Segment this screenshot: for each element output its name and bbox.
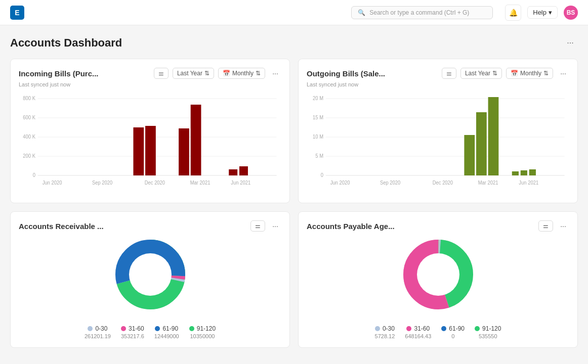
app-icon[interactable]: E — [10, 6, 24, 20]
svg-rect-34 — [512, 171, 519, 175]
receivable-donut-svg — [110, 234, 191, 315]
payable-legend-label-61-90: 61-90 — [449, 325, 465, 332]
payable-card: Accounts Payable Age... ⚌ ··· — [298, 211, 578, 348]
receivable-donut — [110, 234, 191, 315]
search-placeholder: Search or type a command (Ctrl + G) — [369, 9, 469, 16]
payable-more-button[interactable]: ··· — [557, 220, 569, 232]
notification-button[interactable]: 🔔 — [505, 5, 521, 21]
payable-filter-button[interactable]: ⚌ — [538, 220, 553, 232]
legend-value-91-120: 10350000 — [190, 333, 215, 339]
svg-text:Dec 2020: Dec 2020 — [145, 180, 165, 186]
calendar-icon: 📅 — [511, 70, 518, 77]
incoming-year-label: Last Year — [177, 70, 202, 77]
page: Accounts Dashboard ··· Incoming Bills (P… — [0, 25, 588, 358]
page-header: Accounts Dashboard ··· — [10, 35, 578, 51]
svg-rect-15 — [239, 166, 248, 175]
payable-donut-section: 0-30 5728.12 31-60 648164.43 — [307, 234, 569, 339]
svg-rect-33 — [488, 97, 499, 175]
payable-donut — [398, 234, 479, 315]
outgoing-year-filter[interactable]: Last Year ⇅ — [460, 68, 502, 79]
receivable-legend: 0-30 261201.19 31-60 353217.6 — [85, 325, 216, 339]
legend-dot-91-120 — [189, 326, 194, 331]
legend-label-31-60: 31-60 — [129, 325, 144, 332]
payable-legend-item-61-90: 61-90 0 — [441, 325, 465, 339]
chevron-down-icon: ▾ — [549, 9, 552, 16]
legend-dot-61-90 — [155, 326, 160, 331]
outgoing-chart-svg: 20 M 15 M 10 M 5 M 0 Jun 2020 Sep 2020 — [307, 94, 569, 195]
payable-legend-value-61-90: 0 — [451, 333, 454, 339]
legend-label-0-30: 0-30 — [95, 325, 107, 332]
incoming-more-button[interactable]: ··· — [269, 67, 281, 79]
payable-legend-value-0-30: 5728.12 — [375, 333, 395, 339]
incoming-period-filter[interactable]: 📅 Monthly ⇅ — [218, 68, 265, 79]
search-icon: 🔍 — [358, 9, 365, 16]
payable-legend: 0-30 5728.12 31-60 648164.43 — [375, 325, 501, 339]
svg-text:800 K: 800 K — [23, 96, 35, 101]
svg-text:Dec 2020: Dec 2020 — [433, 180, 453, 186]
receivable-filter-button[interactable]: ⚌ — [250, 220, 265, 232]
chevron-icon: ⇅ — [492, 70, 497, 77]
svg-text:Mar 2021: Mar 2021 — [478, 180, 498, 186]
payable-legend-label-91-120: 91-120 — [482, 325, 501, 332]
svg-rect-11 — [145, 126, 156, 175]
legend-item-61-90: 61-90 12449000 — [154, 325, 179, 339]
incoming-period-label: Monthly — [232, 70, 254, 77]
svg-rect-31 — [464, 135, 475, 175]
page-more-button[interactable]: ··· — [563, 35, 578, 51]
payable-legend-item-31-60: 31-60 648164.43 — [405, 325, 431, 339]
calendar-icon: 📅 — [223, 70, 230, 77]
outgoing-period-label: Monthly — [520, 70, 541, 77]
payable-legend-dot-91-120 — [475, 326, 480, 331]
chevron-icon: ⇅ — [256, 70, 261, 77]
outgoing-year-label: Last Year — [465, 70, 490, 77]
payable-legend-item-0-30: 0-30 5728.12 — [375, 325, 395, 339]
outgoing-period-filter[interactable]: 📅 Monthly ⇅ — [506, 68, 553, 79]
payable-legend-value-91-120: 535550 — [479, 333, 497, 339]
outgoing-bills-title: Outgoing Bills (Sale... — [307, 69, 438, 78]
incoming-filter-button[interactable]: ⚌ — [154, 68, 169, 79]
receivable-card: Accounts Receivable ... ⚌ ··· — [10, 211, 290, 348]
avatar[interactable]: BS — [564, 6, 578, 20]
payable-header: Accounts Payable Age... ⚌ ··· — [307, 220, 569, 232]
legend-label-91-120: 91-120 — [197, 325, 216, 332]
outgoing-bills-header: Outgoing Bills (Sale... ⚌ Last Year ⇅ 📅 … — [307, 67, 569, 79]
receivable-donut-section: 0-30 261201.19 31-60 353217.6 — [19, 234, 281, 339]
outgoing-subtitle: Last synced just now — [307, 81, 569, 87]
legend-value-0-30: 261201.19 — [85, 333, 111, 339]
receivable-title: Accounts Receivable ... — [19, 222, 246, 231]
svg-text:Jun 2021: Jun 2021 — [519, 180, 538, 186]
help-button[interactable]: Help ▾ — [527, 6, 558, 19]
svg-text:20 M: 20 M — [313, 96, 323, 101]
legend-value-61-90: 12449000 — [154, 333, 179, 339]
filter-icon: ⚌ — [158, 70, 164, 77]
receivable-header: Accounts Receivable ... ⚌ ··· — [19, 220, 281, 232]
legend-dot-0-30 — [88, 326, 93, 331]
outgoing-bills-card: Outgoing Bills (Sale... ⚌ Last Year ⇅ 📅 … — [298, 59, 578, 203]
svg-rect-36 — [529, 169, 536, 175]
legend-value-31-60: 353217.6 — [121, 333, 144, 339]
header-actions: 🔔 Help ▾ BS — [505, 5, 578, 21]
payable-legend-label-0-30: 0-30 — [383, 325, 395, 332]
svg-text:5 M: 5 M — [315, 153, 323, 159]
legend-label-61-90: 61-90 — [162, 325, 178, 332]
legend-item-31-60: 31-60 353217.6 — [121, 325, 144, 339]
chevron-icon: ⇅ — [204, 70, 209, 77]
receivable-more-button[interactable]: ··· — [269, 220, 281, 232]
filter-icon: ⚌ — [543, 222, 549, 230]
search-bar[interactable]: 🔍 Search or type a command (Ctrl + G) — [351, 6, 493, 19]
svg-text:Sep 2020: Sep 2020 — [92, 180, 113, 186]
incoming-chart-svg: 800 K 600 K 400 K 200 K 0 Jun 2020 — [19, 94, 281, 195]
svg-rect-13 — [191, 105, 201, 175]
svg-rect-12 — [179, 128, 189, 175]
svg-rect-32 — [476, 112, 487, 175]
svg-point-47 — [129, 253, 172, 296]
incoming-bills-header: Incoming Bills (Purc... ⚌ Last Year ⇅ 📅 … — [19, 67, 281, 79]
incoming-subtitle: Last synced just now — [19, 81, 281, 87]
svg-text:400 K: 400 K — [23, 134, 35, 140]
incoming-year-filter[interactable]: Last Year ⇅ — [173, 68, 214, 79]
payable-legend-dot-0-30 — [375, 326, 380, 331]
svg-text:0: 0 — [321, 172, 324, 178]
outgoing-filter-button[interactable]: ⚌ — [442, 68, 456, 79]
outgoing-more-button[interactable]: ··· — [557, 67, 569, 79]
incoming-bills-title: Incoming Bills (Purc... — [19, 69, 150, 78]
